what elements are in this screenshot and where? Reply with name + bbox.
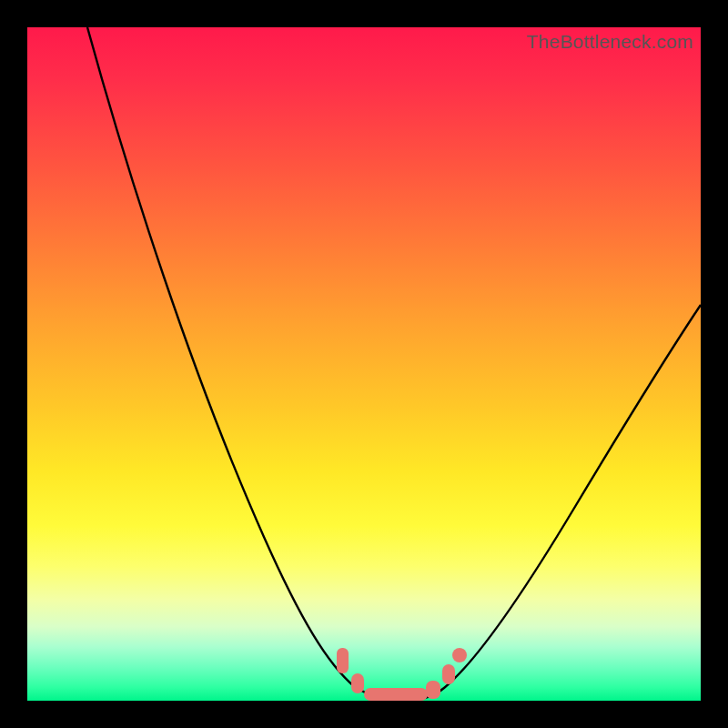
svg-rect-2 — [364, 688, 428, 701]
bottleneck-curve — [27, 27, 701, 701]
svg-rect-0 — [337, 648, 349, 673]
svg-rect-4 — [442, 664, 455, 684]
svg-rect-1 — [351, 673, 364, 693]
plot-area: TheBottleneck.com — [27, 27, 701, 701]
trough-markers — [337, 648, 467, 701]
curve-path — [87, 27, 701, 701]
svg-rect-3 — [426, 681, 440, 699]
svg-point-5 — [452, 648, 467, 662]
chart-frame: TheBottleneck.com — [0, 0, 728, 728]
